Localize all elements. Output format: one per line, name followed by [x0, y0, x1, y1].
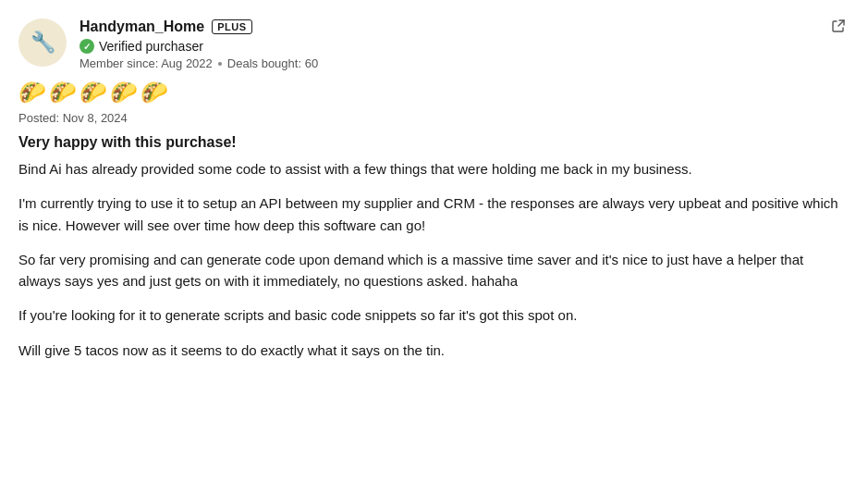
- deals-bought: Deals bought: 60: [227, 56, 318, 70]
- verified-icon: [79, 39, 94, 54]
- posted-date: Posted: Nov 8, 2024: [18, 111, 846, 125]
- avatar: 🔧: [18, 19, 67, 67]
- taco-1: 🌮: [18, 80, 46, 105]
- external-link-icon[interactable]: [831, 19, 846, 37]
- separator-dot: [218, 62, 222, 66]
- review-paragraph-1: Bind Ai has already provided some code t…: [18, 158, 846, 180]
- member-since: Member since: Aug 2022: [79, 56, 213, 70]
- taco-5: 🌮: [141, 80, 168, 105]
- review-header: 🔧 Handyman_Home PLUS Verified purchaser …: [18, 19, 846, 70]
- verified-label: Verified purchaser: [99, 39, 203, 54]
- tacos-rating: 🌮 🌮 🌮 🌮 🌮: [18, 80, 846, 105]
- taco-4: 🌮: [110, 80, 138, 105]
- user-info: Handyman_Home PLUS Verified purchaser Me…: [79, 19, 846, 70]
- review-paragraph-5: Will give 5 tacos now as it seems to do …: [18, 340, 846, 361]
- review-paragraph-2: I'm currently trying to use it to setup …: [18, 192, 846, 236]
- taco-3: 🌮: [79, 80, 107, 105]
- member-info: Member since: Aug 2022 Deals bought: 60: [79, 56, 846, 70]
- verified-row: Verified purchaser: [79, 39, 846, 54]
- review-container: 🔧 Handyman_Home PLUS Verified purchaser …: [18, 19, 846, 361]
- review-paragraph-4: If you're looking for it to generate scr…: [18, 304, 846, 326]
- plus-badge: PLUS: [212, 19, 251, 34]
- taco-2: 🌮: [49, 80, 77, 105]
- username-row: Handyman_Home PLUS: [79, 19, 846, 35]
- review-body: Bind Ai has already provided some code t…: [18, 158, 846, 361]
- username: Handyman_Home: [79, 19, 204, 35]
- review-title: Very happy with this purchase!: [18, 134, 846, 151]
- review-paragraph-3: So far very promising and can generate c…: [18, 249, 846, 292]
